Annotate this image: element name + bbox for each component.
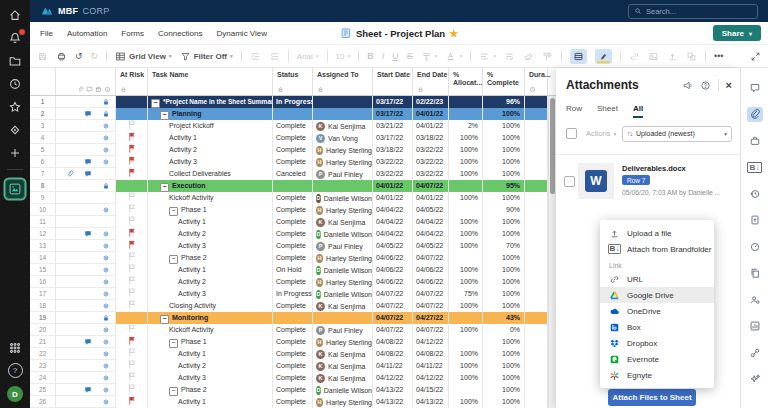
row-number[interactable]: 7 [30,168,56,180]
row-number[interactable]: 17 [30,288,56,300]
cell-pct-complete[interactable]: 100% [483,108,525,120]
cell-assigned-to[interactable]: HHarley Sterling [313,144,373,156]
active-workspace-tile[interactable] [5,179,25,199]
tab-sheet[interactable]: Sheet [597,104,618,118]
app-launcher-icon[interactable] [8,340,23,355]
cell-at-risk[interactable] [116,156,148,168]
gear-indicator[interactable] [97,266,114,274]
cell-status[interactable]: Complete [273,300,313,312]
attachment-list-item[interactable]: W Deliverables.docx Row 7 05/06/20, 7:03… [564,162,732,200]
cell-assigned-to[interactable] [313,312,373,324]
table-row[interactable]: 4Activity 1CompleteVVan Vong03/17/2203/1… [30,132,548,144]
cell-assigned-to[interactable]: KKai Senjima [313,216,373,228]
cell-at-risk[interactable] [116,396,148,408]
wrap-button[interactable] [504,51,515,62]
cell-duration[interactable] [525,312,548,324]
cell-end-date[interactable]: 04/01/22 [413,108,449,120]
table-row[interactable]: 15Activity 1On HoldDDanielle Wilson04/06… [30,264,548,276]
cell-end-date[interactable]: 04/07/22 [413,252,449,264]
save-button[interactable] [37,51,48,62]
gear-indicator[interactable] [97,290,114,298]
cell-duration[interactable] [525,168,548,180]
gear-indicator[interactable] [97,362,114,370]
comment-indicator[interactable] [79,158,96,166]
cell-duration[interactable] [525,132,548,144]
table-row[interactable]: 11Activity 1CompleteKKai Senjima04/04/22… [30,216,548,228]
menu-file[interactable]: File [40,29,53,38]
row-badge[interactable]: Row 7 [622,175,650,185]
cell-at-risk[interactable] [116,372,148,384]
cell-status[interactable]: Complete [273,372,313,384]
cell-pct-allocated[interactable] [449,180,483,192]
cell-pct-allocated[interactable]: 100% [449,372,483,384]
cell-assigned-to[interactable]: KKai Senjima [313,348,373,360]
row-number[interactable]: 4 [30,132,56,144]
cell-at-risk[interactable] [116,168,148,180]
comment-indicator[interactable] [79,110,96,118]
linkchain-button[interactable] [629,51,640,62]
cell-pct-allocated[interactable]: 100% [449,168,483,180]
cell-pct-complete[interactable]: 43% [483,312,525,324]
collapse-toggle[interactable]: − [160,183,169,192]
row-number[interactable]: 23 [30,360,56,372]
favorite-star-icon[interactable]: ★ [449,28,458,39]
cell-task-name[interactable]: Kickoff Activity [148,324,273,336]
menu-item-dropbox[interactable]: Dropbox [600,335,714,351]
announcement-icon[interactable] [682,80,693,91]
tab-row[interactable]: Row [566,104,582,118]
column-header-task[interactable]: Task Name [148,68,273,95]
cell-pct-complete[interactable]: 100% [483,288,525,300]
cell-status[interactable]: Complete [273,396,313,408]
cell-pct-allocated[interactable] [449,312,483,324]
cell-assigned-to[interactable]: DDanielle Wilson [313,192,373,204]
row-number[interactable]: 3 [30,120,56,132]
painter-button[interactable] [542,51,553,62]
cell-end-date[interactable]: 04/06/22 [413,276,449,288]
cell-start-date[interactable]: 04/07/22 [373,312,413,324]
activity-log-icon[interactable] [747,186,763,201]
fontcolor-button[interactable]: ▾ [445,51,462,62]
cell-end-date[interactable]: 04/07/22 [413,180,449,192]
collapse-toggle[interactable]: − [169,339,178,348]
toolbar-button-button[interactable]: ↻ [91,51,99,61]
funnel-button[interactable]: Filter Off▾ [180,51,233,62]
cell-end-date[interactable]: 04/01/22 [413,192,449,204]
cell-duration[interactable] [525,396,548,408]
toolbar-button-button[interactable]: S [407,51,413,61]
cell-start-date[interactable]: 04/13/22 [373,396,413,408]
app-logo[interactable]: MBFCORP [30,5,110,17]
cell-pct-complete[interactable]: 95% [483,180,525,192]
browse-icon[interactable] [8,53,23,68]
cell-status[interactable]: Complete [273,156,313,168]
cell-assigned-to[interactable] [313,96,373,108]
cell-end-date[interactable]: 04/12/22 [413,336,449,348]
contacts-icon[interactable] [747,292,763,307]
cell-pct-complete[interactable]: 100% [483,348,525,360]
toolbar-button-button[interactable]: U [392,51,399,61]
gridv-button[interactable]: Grid View▾ [115,51,172,62]
lock-indicator[interactable] [97,182,114,190]
cell-assigned-to[interactable]: PPaul Finley [313,168,373,180]
ai-assistant-icon[interactable] [747,372,763,387]
cell-start-date[interactable]: 04/07/22 [373,300,413,312]
cell-assigned-to[interactable]: DDanielle Wilson [313,288,373,300]
charts-icon[interactable] [747,319,763,334]
cell-end-date[interactable]: 04/07/22 [413,324,449,336]
collapse-toggle[interactable]: − [160,111,169,120]
cell-start-date[interactable]: 04/08/22 [373,336,413,348]
collapse-toggle[interactable]: − [151,99,160,108]
cell-status[interactable]: Complete [273,216,313,228]
collapse-toggle[interactable]: − [169,255,178,264]
cell-duration[interactable] [525,96,548,108]
gear-indicator[interactable] [97,158,114,166]
connections-icon[interactable] [747,345,763,360]
menu-item-egnyte[interactable]: Egnyte [600,367,714,383]
row-number[interactable]: 24 [30,372,56,384]
cell-end-date[interactable]: 04/13/22 [413,396,449,408]
cell-start-date[interactable]: 04/01/22 [373,192,413,204]
cell-end-date[interactable]: 04/08/22 [413,348,449,360]
cell-start-date[interactable]: 04/13/22 [373,384,413,396]
cell-status[interactable]: Complete [273,228,313,240]
comment-indicator[interactable] [79,386,96,394]
cell-task-name[interactable]: −Planning [148,108,273,120]
